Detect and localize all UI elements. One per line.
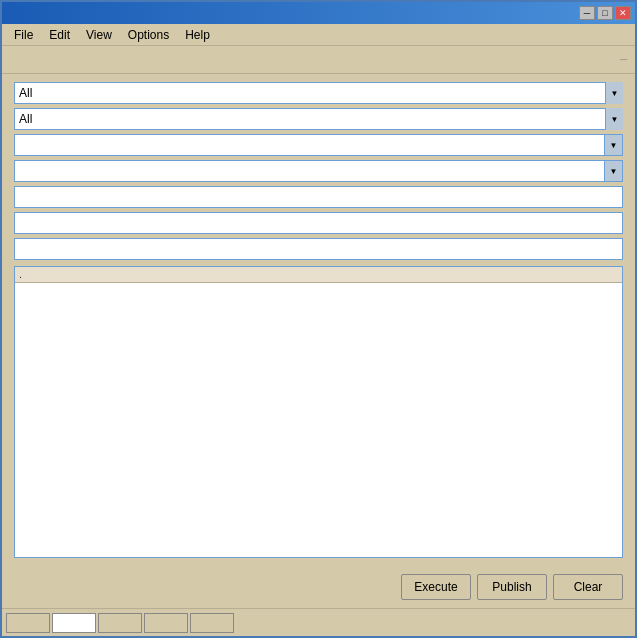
toolbar: ─ <box>2 46 635 74</box>
text-area-container: . <box>14 266 623 558</box>
field3-container: ▼ <box>14 134 623 156</box>
dropdown1[interactable]: All <box>14 82 623 104</box>
status-segment-2 <box>52 613 96 633</box>
bottom-buttons: Execute Publish Clear <box>2 566 635 608</box>
title-bar: ─ □ ✕ <box>2 2 635 24</box>
field6-row <box>14 212 623 234</box>
text-area-content <box>15 283 622 557</box>
field3-dropdown-button[interactable]: ▼ <box>605 134 623 156</box>
menu-view[interactable]: View <box>78 26 120 44</box>
status-segment-5 <box>190 613 234 633</box>
status-bar <box>2 608 635 636</box>
menu-help[interactable]: Help <box>177 26 218 44</box>
maximize-button[interactable]: □ <box>597 6 613 20</box>
dropdown1-row: All ▼ <box>14 82 623 104</box>
field4-input[interactable] <box>14 160 605 182</box>
field7-input[interactable] <box>14 238 623 260</box>
menu-options[interactable]: Options <box>120 26 177 44</box>
main-window: ─ □ ✕ File Edit View Options Help ─ All … <box>0 0 637 638</box>
dropdown2-row: All ▼ <box>14 108 623 130</box>
field4-container: ▼ <box>14 160 623 182</box>
field3-input[interactable] <box>14 134 605 156</box>
status-segment-4 <box>144 613 188 633</box>
clear-button[interactable]: Clear <box>553 574 623 600</box>
field4-row: ▼ <box>14 160 623 182</box>
execute-button[interactable]: Execute <box>401 574 471 600</box>
window-controls: ─ □ ✕ <box>579 6 631 20</box>
field4-dropdown-button[interactable]: ▼ <box>605 160 623 182</box>
status-segment-3 <box>98 613 142 633</box>
publish-button[interactable]: Publish <box>477 574 547 600</box>
field3-row: ▼ <box>14 134 623 156</box>
dropdown2[interactable]: All <box>14 108 623 130</box>
field5-row <box>14 186 623 208</box>
menu-bar: File Edit View Options Help <box>2 24 635 46</box>
field6-input[interactable] <box>14 212 623 234</box>
dropdown2-wrapper: All ▼ <box>14 108 623 130</box>
minimize-button[interactable]: ─ <box>579 6 595 20</box>
status-segment-1 <box>6 613 50 633</box>
menu-edit[interactable]: Edit <box>41 26 78 44</box>
menu-file[interactable]: File <box>6 26 41 44</box>
toolbar-label: ─ <box>620 54 627 65</box>
close-button[interactable]: ✕ <box>615 6 631 20</box>
text-area-label: . <box>15 267 622 283</box>
field5-input[interactable] <box>14 186 623 208</box>
content-area: All ▼ All ▼ ▼ ▼ <box>2 74 635 566</box>
dropdown1-wrapper: All ▼ <box>14 82 623 104</box>
field7-row <box>14 238 623 260</box>
